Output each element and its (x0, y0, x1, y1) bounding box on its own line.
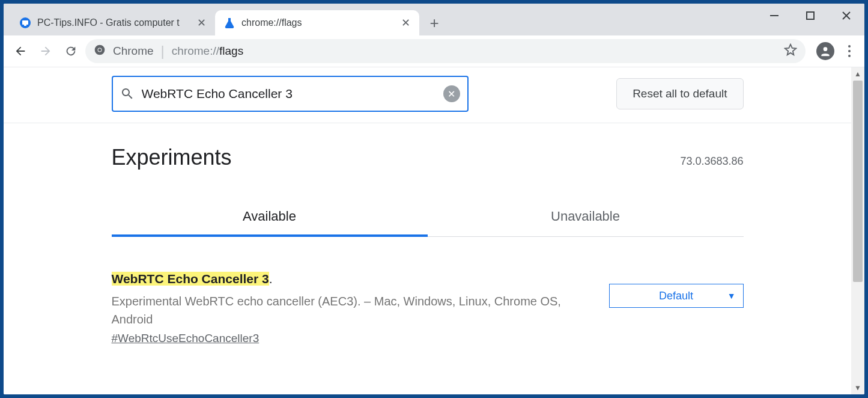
back-button[interactable] (10, 40, 31, 62)
flag-dropdown[interactable]: Default ▼ (609, 284, 744, 308)
tab-title: PC-Tips.INFO - Gratis computer t (37, 17, 187, 28)
window-close-button[interactable] (828, 4, 864, 28)
window-controls (756, 4, 864, 28)
scroll-up-arrow[interactable]: ▲ (851, 67, 864, 81)
flag-dropdown-value: Default (659, 290, 693, 302)
favicon-pctips-icon (19, 17, 31, 29)
tab-close-icon[interactable]: ✕ (400, 17, 411, 28)
svg-point-7 (99, 48, 102, 51)
maximize-button[interactable] (792, 4, 828, 28)
flag-description: Experimental WebRTC echo canceller (AEC3… (112, 292, 585, 328)
tab-available[interactable]: Available (112, 198, 428, 236)
search-icon (120, 87, 135, 101)
omnibox-url: chrome://flags (172, 44, 243, 58)
flags-search-box: ✕ (112, 76, 469, 112)
svg-rect-2 (24, 25, 26, 26)
chevron-down-icon: ▼ (727, 291, 736, 301)
scrollbar-track[interactable] (851, 81, 864, 381)
vertical-scrollbar[interactable]: ▲ ▼ (851, 67, 864, 394)
omnibox-separator: | (161, 43, 165, 60)
browser-tab-inactive[interactable]: PC-Tips.INFO - Gratis computer t ✕ (11, 10, 215, 35)
flag-item: WebRTC Echo Canceller 3. Experimental We… (112, 272, 744, 345)
tab-unavailable[interactable]: Unavailable (428, 198, 744, 236)
svg-rect-3 (770, 15, 778, 16)
svg-rect-1 (22, 20, 28, 25)
favicon-flask-icon (223, 17, 235, 29)
minimize-button[interactable] (756, 4, 792, 28)
chrome-icon (94, 44, 106, 59)
flag-hash-link[interactable]: #WebRtcUseEchoCanceller3 (112, 332, 259, 345)
reset-all-button[interactable]: Reset all to default (616, 78, 743, 109)
svg-point-8 (824, 47, 828, 51)
scroll-down-arrow[interactable]: ▼ (851, 381, 864, 394)
page-content: ✕ Reset all to default Experiments 73.0.… (4, 67, 851, 394)
clear-search-button[interactable]: ✕ (443, 85, 460, 102)
profile-avatar[interactable] (816, 42, 834, 60)
flags-search-input[interactable] (142, 87, 436, 101)
tab-title: chrome://flags (241, 17, 392, 28)
flag-title: WebRTC Echo Canceller 3. (112, 272, 585, 286)
omnibox-label: Chrome (113, 44, 154, 58)
new-tab-button[interactable]: + (424, 13, 445, 33)
flags-tab-bar: Available Unavailable (112, 198, 744, 237)
chrome-version: 73.0.3683.86 (680, 155, 743, 168)
scrollbar-thumb[interactable] (853, 81, 863, 282)
browser-tab-active[interactable]: chrome://flags ✕ (215, 10, 419, 35)
page-heading: Experiments (112, 145, 232, 170)
tab-close-icon[interactable]: ✕ (196, 17, 207, 28)
browser-tab-strip: PC-Tips.INFO - Gratis computer t ✕ chrom… (4, 4, 864, 35)
browser-toolbar: Chrome | chrome://flags (4, 35, 864, 67)
browser-menu-button[interactable] (840, 45, 858, 57)
bookmark-star-icon[interactable] (784, 43, 797, 60)
svg-rect-4 (807, 12, 814, 19)
address-bar[interactable]: Chrome | chrome://flags (85, 39, 806, 63)
reload-button[interactable] (60, 40, 82, 62)
forward-button[interactable] (35, 40, 56, 62)
